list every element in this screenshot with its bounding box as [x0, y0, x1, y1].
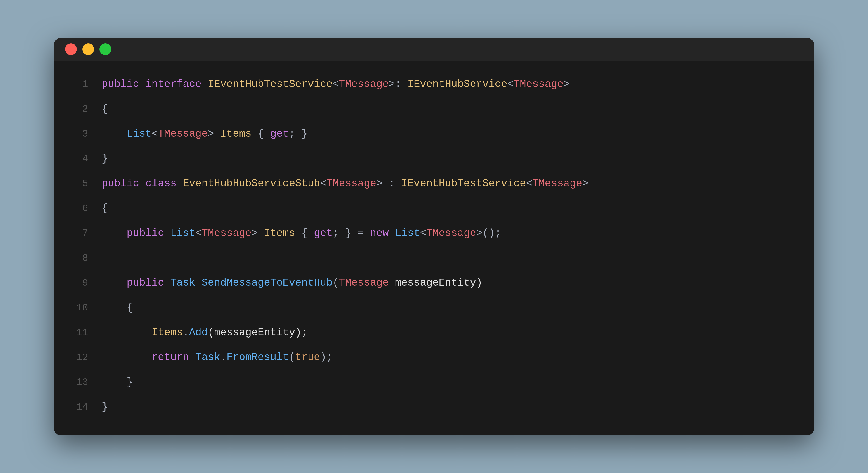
- token: get: [314, 221, 333, 246]
- token: TMessage: [339, 72, 389, 97]
- line-number: 5: [68, 171, 88, 196]
- token: get: [270, 122, 289, 146]
- token: {: [127, 295, 133, 320]
- token: >: [563, 72, 570, 97]
- code-line-3: 3 List<TMessage> Items { get; }: [68, 122, 800, 146]
- token: );: [320, 345, 333, 370]
- line-number: 13: [68, 370, 88, 395]
- line-content: {: [102, 295, 133, 320]
- code-line-11: 11 Items.Add(messageEntity);: [68, 320, 800, 345]
- line-number: 7: [68, 221, 88, 246]
- token: <: [333, 72, 339, 97]
- token: TMessage: [202, 221, 252, 246]
- token: new: [370, 221, 395, 246]
- token: TMessage: [339, 270, 389, 295]
- token: Items: [220, 122, 252, 146]
- token: interface: [145, 72, 208, 97]
- code-line-8: 8: [68, 246, 800, 270]
- line-number: 4: [68, 146, 88, 171]
- token: Task: [170, 270, 202, 295]
- code-editor: 1public interface IEventHubTestService<T…: [54, 61, 814, 435]
- line-content: public interface IEventHubTestService<TM…: [102, 72, 569, 97]
- token: [102, 122, 127, 146]
- token: public: [102, 171, 145, 196]
- token: [102, 221, 127, 246]
- token: [102, 370, 127, 395]
- line-content: }: [102, 370, 133, 395]
- code-line-7: 7 public List<TMessage> Items { get; } =…: [68, 221, 800, 246]
- token: TMessage: [532, 171, 582, 196]
- token: ; }: [289, 122, 308, 146]
- token: IEventHubService: [408, 72, 507, 97]
- line-number: 3: [68, 122, 88, 146]
- line-number: 11: [68, 320, 88, 345]
- token: ; } =: [333, 221, 370, 246]
- token: <: [195, 221, 202, 246]
- token: class: [145, 171, 183, 196]
- line-content: {: [102, 196, 108, 221]
- code-line-10: 10 {: [68, 295, 800, 320]
- token: >: [208, 122, 220, 146]
- code-line-9: 9 public Task SendMessageToEventHub(TMes…: [68, 270, 800, 295]
- token: public: [102, 72, 145, 97]
- line-number: 14: [68, 395, 88, 419]
- token: EventHubHubServiceStub: [183, 171, 320, 196]
- token: SendMessageToEventHub: [202, 270, 333, 295]
- line-number: 12: [68, 345, 88, 370]
- line-number: 2: [68, 97, 88, 122]
- token: [102, 345, 152, 370]
- line-content: public List<TMessage> Items { get; } = n…: [102, 221, 501, 246]
- token: (messageEntity);: [208, 320, 308, 345]
- maximize-button[interactable]: [99, 43, 111, 55]
- token: [102, 270, 127, 295]
- code-line-5: 5public class EventHubHubServiceStub<TMe…: [68, 171, 800, 196]
- close-button[interactable]: [65, 43, 77, 55]
- token: FromResult: [226, 345, 289, 370]
- line-content: Items.Add(messageEntity);: [102, 320, 308, 345]
- token: TMessage: [426, 221, 476, 246]
- token: messageEntity): [389, 270, 483, 295]
- token: > :: [376, 171, 401, 196]
- token: true: [295, 345, 320, 370]
- token: >: [582, 171, 589, 196]
- code-line-6: 6{: [68, 196, 800, 221]
- token: <: [152, 122, 158, 146]
- token: public: [127, 221, 170, 246]
- token: TMessage: [327, 171, 376, 196]
- token: [102, 320, 152, 345]
- token: >: [252, 221, 264, 246]
- code-line-13: 13 }: [68, 370, 800, 395]
- token: public: [127, 270, 170, 295]
- code-line-4: 4}: [68, 146, 800, 171]
- token: .: [183, 320, 189, 345]
- token: <: [526, 171, 532, 196]
- token: Items: [152, 320, 183, 345]
- token: Items: [264, 221, 295, 246]
- token: return: [152, 345, 195, 370]
- token: Add: [189, 320, 208, 345]
- token: (: [289, 345, 295, 370]
- token: <: [420, 221, 426, 246]
- traffic-lights: [65, 43, 111, 55]
- token: <: [507, 72, 514, 97]
- token: {: [295, 221, 314, 246]
- token: <: [320, 171, 327, 196]
- token: >();: [476, 221, 501, 246]
- line-number: 6: [68, 196, 88, 221]
- token: {: [252, 122, 270, 146]
- line-number: 10: [68, 295, 88, 320]
- token: TMessage: [158, 122, 208, 146]
- line-number: 9: [68, 270, 88, 295]
- token: List: [395, 221, 420, 246]
- token: IEventHubTestService: [208, 72, 333, 97]
- line-content: {: [102, 97, 108, 122]
- token: TMessage: [514, 72, 563, 97]
- minimize-button[interactable]: [82, 43, 94, 55]
- line-number: 8: [68, 246, 88, 270]
- token: (: [333, 270, 339, 295]
- token: [102, 295, 127, 320]
- line-content: return Task.FromResult(true);: [102, 345, 333, 370]
- token: List: [127, 122, 151, 146]
- line-number: 1: [68, 72, 88, 97]
- token: }: [127, 370, 133, 395]
